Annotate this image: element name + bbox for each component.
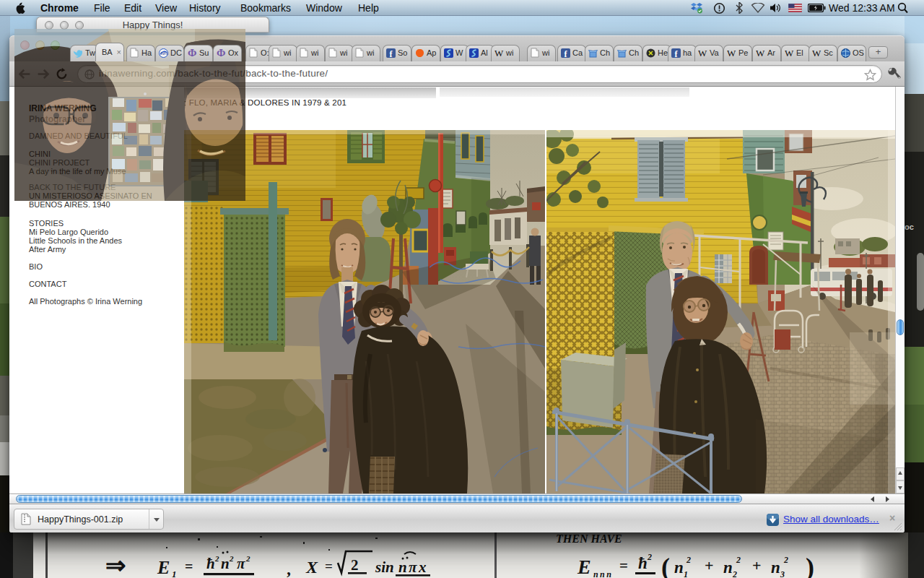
svg-text:W: W (812, 48, 821, 58)
svg-text:π: π (409, 558, 417, 576)
svg-text:Φ: Φ (188, 48, 196, 58)
svg-text:THEN HAVE: THEN HAVE (556, 532, 622, 545)
svg-text:+: + (752, 556, 762, 574)
svg-text:,: , (287, 559, 292, 578)
svg-text:2: 2 (245, 554, 250, 563)
svg-text:W: W (698, 48, 707, 58)
svg-text:INFN: INFN (161, 52, 169, 56)
svg-text:2: 2 (214, 554, 219, 563)
svg-text:=: = (619, 557, 628, 574)
svg-text:2: 2 (732, 569, 737, 578)
svg-text:2: 2 (686, 555, 691, 565)
svg-text:3: 3 (780, 569, 785, 578)
svg-text:2: 2 (351, 556, 359, 574)
svg-text:X: X (305, 558, 318, 577)
svg-text:π: π (237, 555, 245, 572)
svg-text:2: 2 (647, 552, 652, 562)
svg-text:n: n (398, 558, 407, 576)
svg-text:ħ: ħ (206, 555, 215, 572)
svg-text:W: W (727, 48, 736, 58)
svg-text:W: W (756, 48, 765, 58)
svg-text:Φ: Φ (217, 48, 225, 58)
svg-text:=: = (185, 558, 193, 574)
svg-text:n n n: n n n (593, 569, 611, 578)
svg-text:ħ: ħ (638, 554, 648, 572)
svg-text:2: 2 (783, 555, 788, 565)
svg-text:n: n (674, 558, 684, 577)
svg-text:n: n (723, 558, 733, 577)
svg-text:W: W (494, 48, 504, 58)
svg-text:sin: sin (375, 558, 394, 576)
svg-text:n: n (771, 558, 780, 577)
svg-text:(: ( (661, 553, 670, 578)
svg-text:E: E (157, 557, 170, 578)
svg-text:2: 2 (736, 555, 741, 565)
svg-text:n: n (221, 555, 230, 572)
svg-text:E: E (577, 556, 591, 578)
svg-text:1: 1 (684, 569, 688, 578)
svg-text:=: = (325, 558, 333, 574)
svg-text:2: 2 (229, 554, 234, 563)
svg-text:+: + (705, 556, 714, 574)
svg-text:W: W (785, 48, 794, 58)
svg-text:⇒: ⇒ (105, 552, 126, 578)
svg-text:1: 1 (172, 569, 177, 578)
svg-text:): ) (806, 553, 814, 578)
svg-text:x: x (418, 558, 427, 576)
